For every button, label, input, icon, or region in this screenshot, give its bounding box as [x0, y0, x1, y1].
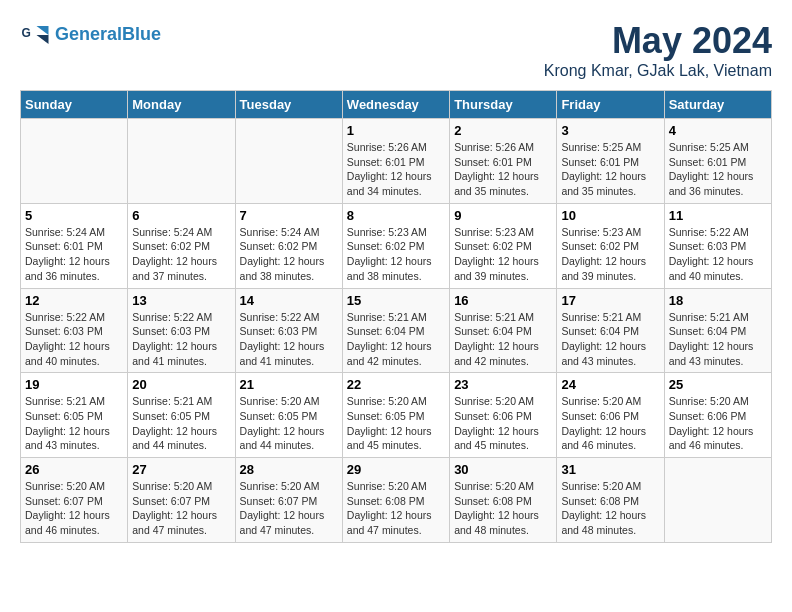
day-info: Sunrise: 5:20 AM Sunset: 6:06 PM Dayligh… — [454, 394, 552, 453]
day-info: Sunrise: 5:20 AM Sunset: 6:07 PM Dayligh… — [25, 479, 123, 538]
logo: G GeneralBlue — [20, 20, 161, 50]
calendar-cell — [664, 458, 771, 543]
day-number: 24 — [561, 377, 659, 392]
day-number: 17 — [561, 293, 659, 308]
day-number: 4 — [669, 123, 767, 138]
day-number: 9 — [454, 208, 552, 223]
calendar-cell: 3Sunrise: 5:25 AM Sunset: 6:01 PM Daylig… — [557, 119, 664, 204]
day-info: Sunrise: 5:22 AM Sunset: 6:03 PM Dayligh… — [132, 310, 230, 369]
calendar-cell: 8Sunrise: 5:23 AM Sunset: 6:02 PM Daylig… — [342, 203, 449, 288]
calendar-cell: 19Sunrise: 5:21 AM Sunset: 6:05 PM Dayli… — [21, 373, 128, 458]
day-info: Sunrise: 5:21 AM Sunset: 6:05 PM Dayligh… — [132, 394, 230, 453]
calendar-cell: 10Sunrise: 5:23 AM Sunset: 6:02 PM Dayli… — [557, 203, 664, 288]
calendar-cell: 30Sunrise: 5:20 AM Sunset: 6:08 PM Dayli… — [450, 458, 557, 543]
day-info: Sunrise: 5:21 AM Sunset: 6:04 PM Dayligh… — [347, 310, 445, 369]
day-number: 12 — [25, 293, 123, 308]
calendar-cell: 1Sunrise: 5:26 AM Sunset: 6:01 PM Daylig… — [342, 119, 449, 204]
day-number: 15 — [347, 293, 445, 308]
day-info: Sunrise: 5:24 AM Sunset: 6:02 PM Dayligh… — [132, 225, 230, 284]
calendar-table: SundayMondayTuesdayWednesdayThursdayFrid… — [20, 90, 772, 543]
calendar-cell: 21Sunrise: 5:20 AM Sunset: 6:05 PM Dayli… — [235, 373, 342, 458]
calendar-cell: 12Sunrise: 5:22 AM Sunset: 6:03 PM Dayli… — [21, 288, 128, 373]
day-info: Sunrise: 5:20 AM Sunset: 6:08 PM Dayligh… — [561, 479, 659, 538]
svg-text:G: G — [22, 26, 31, 40]
day-number: 3 — [561, 123, 659, 138]
svg-marker-1 — [37, 26, 49, 35]
weekday-header-sunday: Sunday — [21, 91, 128, 119]
day-info: Sunrise: 5:20 AM Sunset: 6:08 PM Dayligh… — [347, 479, 445, 538]
day-number: 22 — [347, 377, 445, 392]
logo-line1: General — [55, 24, 122, 44]
day-number: 27 — [132, 462, 230, 477]
calendar-cell: 27Sunrise: 5:20 AM Sunset: 6:07 PM Dayli… — [128, 458, 235, 543]
calendar-cell: 13Sunrise: 5:22 AM Sunset: 6:03 PM Dayli… — [128, 288, 235, 373]
calendar-cell: 18Sunrise: 5:21 AM Sunset: 6:04 PM Dayli… — [664, 288, 771, 373]
day-number: 23 — [454, 377, 552, 392]
location: Krong Kmar, GJak Lak, Vietnam — [544, 62, 772, 80]
day-number: 8 — [347, 208, 445, 223]
calendar-cell: 5Sunrise: 5:24 AM Sunset: 6:01 PM Daylig… — [21, 203, 128, 288]
day-number: 10 — [561, 208, 659, 223]
calendar-cell: 15Sunrise: 5:21 AM Sunset: 6:04 PM Dayli… — [342, 288, 449, 373]
day-info: Sunrise: 5:20 AM Sunset: 6:07 PM Dayligh… — [132, 479, 230, 538]
calendar-cell: 25Sunrise: 5:20 AM Sunset: 6:06 PM Dayli… — [664, 373, 771, 458]
day-number: 19 — [25, 377, 123, 392]
calendar-cell — [128, 119, 235, 204]
day-number: 31 — [561, 462, 659, 477]
day-number: 21 — [240, 377, 338, 392]
calendar-cell: 26Sunrise: 5:20 AM Sunset: 6:07 PM Dayli… — [21, 458, 128, 543]
weekday-header-saturday: Saturday — [664, 91, 771, 119]
day-info: Sunrise: 5:25 AM Sunset: 6:01 PM Dayligh… — [561, 140, 659, 199]
day-number: 5 — [25, 208, 123, 223]
svg-marker-2 — [37, 35, 49, 44]
calendar-cell: 24Sunrise: 5:20 AM Sunset: 6:06 PM Dayli… — [557, 373, 664, 458]
day-number: 14 — [240, 293, 338, 308]
weekday-header-monday: Monday — [128, 91, 235, 119]
day-info: Sunrise: 5:24 AM Sunset: 6:01 PM Dayligh… — [25, 225, 123, 284]
calendar-cell: 31Sunrise: 5:20 AM Sunset: 6:08 PM Dayli… — [557, 458, 664, 543]
day-number: 28 — [240, 462, 338, 477]
day-info: Sunrise: 5:23 AM Sunset: 6:02 PM Dayligh… — [454, 225, 552, 284]
day-info: Sunrise: 5:20 AM Sunset: 6:05 PM Dayligh… — [347, 394, 445, 453]
weekday-header-friday: Friday — [557, 91, 664, 119]
calendar-cell: 7Sunrise: 5:24 AM Sunset: 6:02 PM Daylig… — [235, 203, 342, 288]
calendar-cell: 9Sunrise: 5:23 AM Sunset: 6:02 PM Daylig… — [450, 203, 557, 288]
day-number: 25 — [669, 377, 767, 392]
page-header: G GeneralBlue May 2024 Krong Kmar, GJak … — [20, 20, 772, 80]
calendar-cell: 16Sunrise: 5:21 AM Sunset: 6:04 PM Dayli… — [450, 288, 557, 373]
calendar-cell: 28Sunrise: 5:20 AM Sunset: 6:07 PM Dayli… — [235, 458, 342, 543]
day-info: Sunrise: 5:26 AM Sunset: 6:01 PM Dayligh… — [454, 140, 552, 199]
day-info: Sunrise: 5:22 AM Sunset: 6:03 PM Dayligh… — [25, 310, 123, 369]
day-info: Sunrise: 5:26 AM Sunset: 6:01 PM Dayligh… — [347, 140, 445, 199]
day-number: 16 — [454, 293, 552, 308]
calendar-cell: 14Sunrise: 5:22 AM Sunset: 6:03 PM Dayli… — [235, 288, 342, 373]
calendar-cell: 2Sunrise: 5:26 AM Sunset: 6:01 PM Daylig… — [450, 119, 557, 204]
calendar-cell: 23Sunrise: 5:20 AM Sunset: 6:06 PM Dayli… — [450, 373, 557, 458]
calendar-week-row: 12Sunrise: 5:22 AM Sunset: 6:03 PM Dayli… — [21, 288, 772, 373]
calendar-cell: 17Sunrise: 5:21 AM Sunset: 6:04 PM Dayli… — [557, 288, 664, 373]
day-number: 1 — [347, 123, 445, 138]
calendar-cell — [21, 119, 128, 204]
calendar-week-row: 26Sunrise: 5:20 AM Sunset: 6:07 PM Dayli… — [21, 458, 772, 543]
day-info: Sunrise: 5:22 AM Sunset: 6:03 PM Dayligh… — [240, 310, 338, 369]
calendar-cell: 11Sunrise: 5:22 AM Sunset: 6:03 PM Dayli… — [664, 203, 771, 288]
month-title: May 2024 — [544, 20, 772, 62]
title-block: May 2024 Krong Kmar, GJak Lak, Vietnam — [544, 20, 772, 80]
day-number: 26 — [25, 462, 123, 477]
day-number: 13 — [132, 293, 230, 308]
day-info: Sunrise: 5:21 AM Sunset: 6:04 PM Dayligh… — [561, 310, 659, 369]
weekday-header-thursday: Thursday — [450, 91, 557, 119]
day-number: 18 — [669, 293, 767, 308]
calendar-cell: 22Sunrise: 5:20 AM Sunset: 6:05 PM Dayli… — [342, 373, 449, 458]
calendar-week-row: 1Sunrise: 5:26 AM Sunset: 6:01 PM Daylig… — [21, 119, 772, 204]
day-info: Sunrise: 5:24 AM Sunset: 6:02 PM Dayligh… — [240, 225, 338, 284]
day-info: Sunrise: 5:20 AM Sunset: 6:05 PM Dayligh… — [240, 394, 338, 453]
day-number: 2 — [454, 123, 552, 138]
day-info: Sunrise: 5:22 AM Sunset: 6:03 PM Dayligh… — [669, 225, 767, 284]
day-info: Sunrise: 5:20 AM Sunset: 6:06 PM Dayligh… — [669, 394, 767, 453]
day-number: 29 — [347, 462, 445, 477]
day-info: Sunrise: 5:20 AM Sunset: 6:07 PM Dayligh… — [240, 479, 338, 538]
weekday-header-row: SundayMondayTuesdayWednesdayThursdayFrid… — [21, 91, 772, 119]
calendar-cell: 6Sunrise: 5:24 AM Sunset: 6:02 PM Daylig… — [128, 203, 235, 288]
day-number: 30 — [454, 462, 552, 477]
